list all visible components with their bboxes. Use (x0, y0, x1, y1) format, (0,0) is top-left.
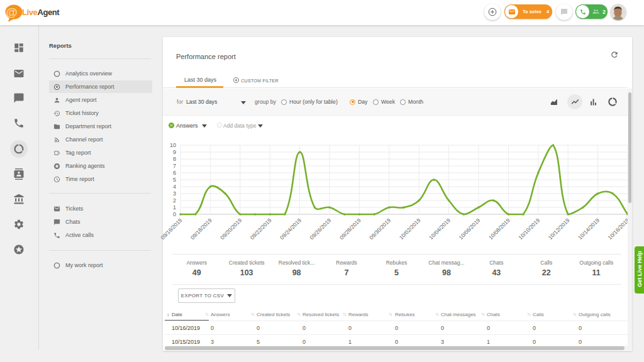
svg-text:10/02/2019: 10/02/2019 (398, 217, 422, 241)
svg-text:2: 2 (173, 197, 176, 204)
svg-text:10/08/2019: 10/08/2019 (487, 217, 511, 241)
svg-text:09/22/2019: 09/22/2019 (249, 217, 273, 241)
svg-text:09/24/2019: 09/24/2019 (279, 217, 303, 241)
svg-text:09/30/2019: 09/30/2019 (368, 217, 392, 241)
svg-text:6: 6 (173, 170, 176, 176)
svg-text:09/28/2019: 09/28/2019 (338, 217, 362, 241)
svg-text:1: 1 (173, 204, 176, 211)
svg-text:0: 0 (173, 211, 176, 217)
svg-text:7: 7 (173, 163, 176, 169)
svg-text:10/06/2019: 10/06/2019 (458, 217, 482, 241)
svg-text:09/18/2019: 09/18/2019 (189, 217, 213, 241)
svg-text:10/04/2019: 10/04/2019 (428, 217, 452, 241)
svg-text:10/16/2019: 10/16/2019 (607, 217, 628, 241)
svg-text:@: @ (6, 6, 18, 19)
svg-text:3: 3 (173, 190, 176, 197)
svg-text:8: 8 (173, 156, 176, 162)
svg-text:09/20/2019: 09/20/2019 (219, 217, 243, 241)
svg-text:10/10/2019: 10/10/2019 (517, 217, 541, 241)
svg-text:9: 9 (173, 149, 176, 155)
svg-text:10: 10 (170, 142, 176, 148)
svg-text:10/12/2019: 10/12/2019 (547, 217, 571, 241)
svg-text:09/26/2019: 09/26/2019 (309, 217, 333, 241)
svg-text:4: 4 (173, 184, 176, 190)
svg-text:5: 5 (173, 177, 176, 183)
svg-text:09/16/2019: 09/16/2019 (160, 217, 184, 241)
svg-text:10/14/2019: 10/14/2019 (577, 217, 601, 241)
